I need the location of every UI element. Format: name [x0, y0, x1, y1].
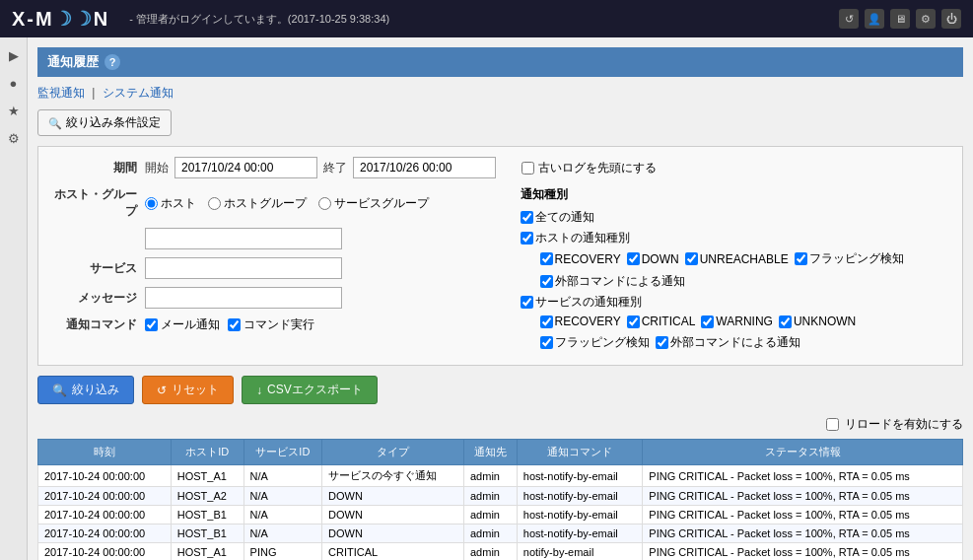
service-input[interactable] — [145, 257, 342, 279]
reset-button[interactable]: ↺ リセット — [142, 376, 234, 404]
message-row: メッセージ — [48, 287, 491, 309]
table-cell: PING CRITICAL - Packet loss = 100%, RTA … — [643, 487, 963, 506]
host-type-row: ホストの通知種別 — [521, 230, 953, 246]
command-exec-checkbox[interactable] — [228, 318, 241, 331]
radio-host-label[interactable]: ホスト — [145, 195, 196, 212]
table-header-row: 時刻 ホストID サービスID タイプ 通知先 通知コマンド ステータス情報 — [38, 440, 963, 465]
host-external-text: 外部コマンドによる通知 — [555, 273, 685, 290]
table-row: 2017-10-24 00:00:00HOST_A1N/Aサービスの今すぐ通知a… — [38, 465, 963, 487]
old-log-checkbox[interactable] — [521, 162, 534, 175]
service-unknown-checkbox[interactable] — [779, 315, 792, 328]
csv-export-button[interactable]: ↓ CSVエクスポート — [242, 376, 378, 404]
service-flapping-label[interactable]: フラッピング検知 — [540, 334, 650, 351]
service-external-label[interactable]: 外部コマンドによる通知 — [656, 334, 800, 351]
table-cell: PING CRITICAL - Packet loss = 100%, RTA … — [643, 543, 963, 561]
command-checkboxes: メール通知 コマンド実行 — [145, 316, 314, 333]
service-type-label-check[interactable]: サービスの通知種別 — [521, 294, 642, 311]
table-cell: admin — [464, 525, 518, 543]
radio-host[interactable] — [145, 197, 158, 210]
csv-icon: ↓ — [256, 384, 262, 397]
table-cell: HOST_A1 — [171, 543, 243, 561]
sidebar-nav-2[interactable]: ● — [4, 73, 24, 93]
service-unknown-label[interactable]: UNKNOWN — [779, 315, 856, 328]
service-warning-checkbox[interactable] — [701, 315, 714, 328]
table-cell: admin — [464, 506, 518, 525]
message-label: メッセージ — [48, 290, 137, 307]
service-type-checkbox[interactable] — [521, 296, 533, 309]
table-cell: PING CRITICAL - Packet loss = 100%, RTA … — [643, 465, 963, 487]
radio-host-text: ホスト — [161, 195, 196, 212]
settings-icon[interactable]: ⚙ — [916, 9, 936, 29]
tabs-bar: 監視通知 | システム通知 — [37, 85, 963, 102]
host-recovery-label[interactable]: RECOVERY — [540, 252, 621, 266]
end-date-input[interactable] — [353, 157, 496, 178]
mail-notify-checkbox[interactable] — [145, 318, 158, 331]
host-unreachable-checkbox[interactable] — [685, 252, 698, 265]
host-type-checkbox[interactable] — [521, 232, 533, 245]
table-cell: PING CRITICAL - Packet loss = 100%, RTA … — [643, 506, 963, 525]
host-external-label[interactable]: 外部コマンドによる通知 — [540, 273, 685, 290]
table-cell: 2017-10-24 00:00:00 — [38, 487, 172, 506]
table-row: 2017-10-24 00:00:00HOST_B1N/ADOWNadminho… — [38, 506, 963, 525]
host-flapping-checkbox[interactable] — [795, 252, 807, 265]
sidebar-gear-icon[interactable]: ⚙ — [4, 128, 24, 148]
radio-hostgroup[interactable] — [208, 197, 221, 210]
sidebar-nav-3[interactable]: ★ — [4, 101, 24, 120]
refresh-icon[interactable]: ↺ — [839, 9, 859, 29]
table-cell: HOST_B1 — [171, 525, 243, 543]
table-cell: DOWN — [322, 506, 464, 525]
service-warning-label[interactable]: WARNING — [701, 315, 773, 328]
col-notify-to: 通知先 — [464, 440, 518, 465]
filter-button[interactable]: 🔍 絞り込み — [37, 376, 134, 404]
mail-notify-label[interactable]: メール通知 — [145, 316, 220, 333]
host-type-label-check[interactable]: ホストの通知種別 — [521, 230, 630, 246]
host-unreachable-label[interactable]: UNREACHABLE — [685, 252, 789, 266]
service-recovery-text: RECOVERY — [555, 315, 621, 328]
host-flapping-label[interactable]: フラッピング検知 — [795, 250, 904, 267]
service-recovery-checkbox[interactable] — [540, 315, 553, 328]
command-exec-label[interactable]: コマンド実行 — [228, 316, 314, 333]
user-icon[interactable]: 👤 — [865, 9, 884, 29]
monitor-icon[interactable]: 🖥 — [890, 9, 910, 29]
reload-row: リロードを有効にする — [37, 416, 963, 433]
all-notify-checkbox[interactable] — [521, 211, 533, 224]
host-external-checkbox[interactable] — [540, 275, 553, 288]
host-down-checkbox[interactable] — [627, 252, 640, 265]
app-header: X-M☽☽N - 管理者がログインしています。(2017-10-25 9:38:… — [0, 0, 973, 37]
tab-monitoring[interactable]: 監視通知 — [37, 86, 85, 100]
service-critical-text: CRITICAL — [642, 315, 696, 328]
table-cell: admin — [464, 465, 518, 487]
start-date-input[interactable] — [174, 157, 317, 178]
filter-button-label: 絞り込み — [72, 382, 119, 398]
radio-servicegroup-text: サービスグループ — [334, 195, 429, 212]
sidebar-nav-1[interactable]: ▶ — [4, 45, 24, 65]
action-buttons: 🔍 絞り込み ↺ リセット ↓ CSVエクスポート — [37, 376, 963, 404]
table-cell: N/A — [243, 487, 322, 506]
power-icon[interactable]: ⏻ — [941, 9, 961, 29]
radio-hostgroup-label[interactable]: ホストグループ — [208, 195, 307, 212]
message-input[interactable] — [145, 287, 342, 309]
table-cell: host-notify-by-email — [517, 487, 642, 506]
filter-toggle-button[interactable]: 絞り込み条件設定 — [37, 109, 172, 136]
service-critical-checkbox[interactable] — [627, 315, 640, 328]
host-down-label[interactable]: DOWN — [627, 252, 679, 266]
table-cell: HOST_B1 — [171, 506, 243, 525]
col-service-id: サービスID — [243, 440, 322, 465]
end-label: 終了 — [323, 160, 347, 176]
data-table: 時刻 ホストID サービスID タイプ 通知先 通知コマンド ステータス情報 2… — [37, 439, 963, 560]
radio-servicegroup-label[interactable]: サービスグループ — [318, 195, 429, 212]
service-external-text: 外部コマンドによる通知 — [670, 334, 800, 351]
service-recovery-label[interactable]: RECOVERY — [540, 315, 621, 328]
tab-system[interactable]: システム通知 — [103, 86, 174, 100]
table-cell: PING — [243, 543, 322, 561]
all-notify-label[interactable]: 全ての通知 — [521, 209, 594, 226]
reload-checkbox[interactable] — [826, 418, 839, 431]
service-external-checkbox[interactable] — [656, 336, 668, 349]
service-flapping-checkbox[interactable] — [540, 336, 553, 349]
radio-servicegroup[interactable] — [318, 197, 331, 210]
help-icon[interactable]: ? — [104, 54, 120, 70]
host-recovery-checkbox[interactable] — [540, 252, 553, 265]
table-cell: 2017-10-24 00:00:00 — [38, 525, 172, 543]
host-input[interactable] — [145, 228, 342, 249]
service-critical-label[interactable]: CRITICAL — [627, 315, 696, 328]
